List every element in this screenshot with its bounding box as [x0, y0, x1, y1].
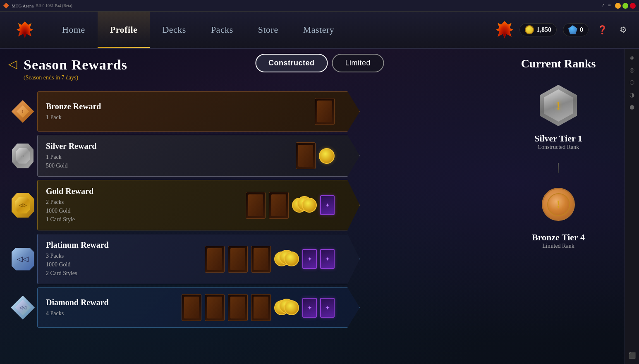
- gold-pack-2: [269, 192, 289, 219]
- limited-rank-name: Bronze Tier 4: [532, 232, 585, 243]
- rs-icon-6[interactable]: ⬡: [627, 78, 637, 87]
- rewards-list: ! Bronze Reward 1 Pack: [8, 91, 360, 328]
- diamond-reward-name: Diamond Reward: [46, 298, 182, 307]
- dia-pack-1: [182, 294, 201, 321]
- bronze-reward-details: 1 Pack: [46, 113, 315, 122]
- silver-reward-info: Silver Reward 1 Pack500 Gold: [46, 141, 296, 170]
- rs-icon-8[interactable]: ⬢: [627, 103, 637, 112]
- bronze-rank-icon: !: [538, 182, 579, 227]
- bronze-pack-1: [315, 98, 335, 125]
- gold-currency: 1,850: [519, 23, 557, 36]
- silver-rank-icon: !: [538, 83, 579, 128]
- quest-icon[interactable]: ❓: [595, 22, 610, 37]
- plat-pack-2: [228, 246, 248, 273]
- rank-connector: [558, 163, 559, 173]
- constructed-rank-type: Constructed Rank: [538, 144, 579, 151]
- plat-pack-3: [251, 246, 271, 273]
- nav-decks[interactable]: Decks: [150, 12, 198, 48]
- platinum-reward-items: [205, 246, 335, 273]
- gold-icon: [525, 25, 534, 34]
- diamond-reward-items: [182, 294, 335, 321]
- gold-card-style-1: [320, 195, 335, 215]
- back-button[interactable]: ◁: [8, 57, 17, 71]
- gem-amount: 0: [580, 26, 583, 34]
- diamond-rank-badge: ◁◁: [8, 293, 37, 322]
- gold-reward-card: Gold Reward 2 Packs1000 Gold1 Card Style: [37, 180, 360, 230]
- platinum-reward-row: ◁◁ Platinum Reward 3 Packs1000 Gold2 Car…: [8, 234, 360, 284]
- nav-menu: Home Profile Decks Packs Store Mastery: [50, 12, 347, 48]
- dia-card-style-1: [302, 298, 317, 318]
- platinum-rank-badge: ◁◁: [8, 244, 37, 273]
- gold-amount: 1,850: [536, 26, 551, 34]
- diamond-reward-row: ◁◁ Diamond Reward 4 Packs: [8, 287, 360, 328]
- silver-reward-card: Silver Reward 1 Pack500 Gold: [37, 135, 360, 177]
- fire-icon[interactable]: [496, 21, 513, 38]
- nav-home[interactable]: Home: [50, 12, 98, 48]
- nav-packs[interactable]: Packs: [199, 12, 246, 48]
- dia-coins-stack: [274, 299, 299, 317]
- platinum-reward-name: Platinum Reward: [46, 240, 205, 250]
- platinum-reward-details: 3 Packs1000 Gold2 Card Styles: [46, 251, 205, 278]
- nav-mastery[interactable]: Mastery: [291, 12, 347, 48]
- ranks-title: Current Ranks: [521, 57, 596, 70]
- main-content: ◁ Season Rewards (Season ends in 7 days)…: [0, 49, 625, 364]
- tab-row: Constructed Limited: [255, 54, 384, 72]
- bronze-rank-badge: !: [8, 97, 37, 126]
- diamond-reward-card: Diamond Reward 4 Packs: [37, 287, 360, 328]
- bronze-reward-name: Bronze Reward: [46, 102, 315, 111]
- menu-icon[interactable]: ≡: [608, 2, 611, 9]
- settings-icon[interactable]: ⚙: [616, 22, 631, 37]
- silver-gold-coin: [319, 148, 335, 164]
- gold-reward-items: [246, 192, 335, 219]
- silver-reward-details: 1 Pack500 Gold: [46, 153, 296, 170]
- page-title-block: Season Rewards (Season ends in 7 days): [24, 57, 127, 81]
- rs-icon-5[interactable]: ◎: [627, 65, 637, 74]
- rs-icon-4[interactable]: ◈: [627, 53, 637, 62]
- plat-pack-1: [205, 246, 225, 273]
- page-header: ◁ Season Rewards (Season ends in 7 days): [8, 57, 492, 81]
- gold-coins-stack: [292, 196, 317, 214]
- right-sidebar: ⬜ ◱ ◉ ◈ ◎ ⬡ ◑ ⬢ ⬛: [625, 12, 639, 364]
- dia-card-style-2: [320, 298, 335, 318]
- gold-reward-info: Gold Reward 2 Packs1000 Gold1 Card Style: [46, 187, 246, 224]
- page-subtitle: (Season ends in 7 days): [24, 74, 127, 81]
- titlebar: MTG Arena 5.9.0.1081 Pa4 (Beta) ? ≡: [0, 0, 639, 12]
- dia-pack-2: [205, 294, 225, 321]
- maximize-btn[interactable]: [622, 3, 628, 9]
- close-btn[interactable]: [630, 3, 636, 9]
- gold-reward-name: Gold Reward: [46, 187, 246, 196]
- plat-card-style-2: [320, 249, 335, 269]
- limited-rank-display: ! Bronze Tier 4 Limited Rank: [532, 182, 585, 249]
- diamond-reward-details: 4 Packs: [46, 309, 182, 318]
- plat-card-style-1: [302, 249, 317, 269]
- gold-reward-details: 2 Packs1000 Gold1 Card Style: [46, 198, 246, 224]
- rewards-panel: ◁ Season Rewards (Season ends in 7 days)…: [0, 49, 492, 364]
- mtg-emblem: [16, 21, 34, 39]
- ranks-panel: Current Ranks ! Silver Tier 1 Constructe…: [492, 49, 625, 364]
- bronze-reward-info: Bronze Reward 1 Pack: [46, 102, 315, 122]
- limited-rank-type: Limited Rank: [542, 243, 574, 249]
- silver-rank-badge: ‹›: [8, 141, 37, 170]
- bronze-reward-row: ! Bronze Reward 1 Pack: [8, 91, 360, 132]
- app-title: MTG Arena: [12, 3, 34, 8]
- dia-pack-3: [228, 294, 248, 321]
- app-icon: [3, 3, 9, 9]
- minimize-btn[interactable]: [615, 3, 621, 9]
- tab-limited[interactable]: Limited: [332, 54, 384, 72]
- platinum-reward-info: Platinum Reward 3 Packs1000 Gold2 Card S…: [46, 240, 205, 278]
- gold-rank-badge: ◁▷: [8, 191, 37, 220]
- mtg-flame-icon: [17, 22, 33, 38]
- nav-right: 1,850 0 ❓ ⚙: [496, 21, 639, 38]
- rs-icon-7[interactable]: ◑: [627, 90, 637, 99]
- nav-profile[interactable]: Profile: [98, 12, 150, 48]
- app-version: 5.9.0.1081 Pa4 (Beta): [36, 3, 72, 8]
- plat-coins-stack: [274, 250, 299, 268]
- tab-constructed[interactable]: Constructed: [255, 54, 328, 72]
- nav-store[interactable]: Store: [246, 12, 291, 48]
- help-icon[interactable]: ?: [602, 2, 604, 9]
- silver-reward-name: Silver Reward: [46, 141, 296, 151]
- rs-icon-bottom[interactable]: ⬛: [627, 351, 637, 360]
- platinum-reward-card: Platinum Reward 3 Packs1000 Gold2 Card S…: [37, 234, 360, 284]
- bronze-reward-items: [315, 98, 335, 125]
- gold-reward-row: ◁▷ Gold Reward 2 Packs1000 Gold1 Card St…: [8, 180, 360, 230]
